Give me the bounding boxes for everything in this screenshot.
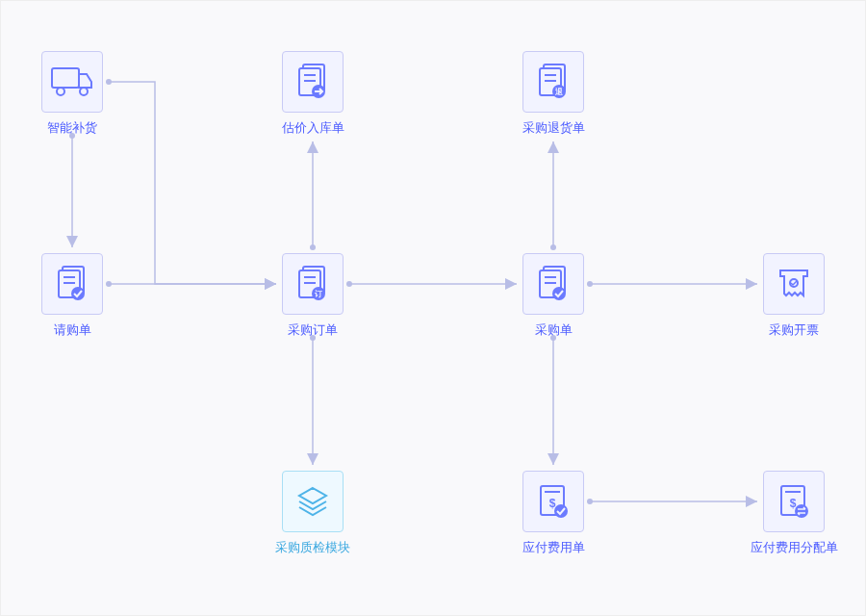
svg-point-21 (80, 88, 88, 95)
node-label: 采购退货单 (496, 119, 611, 137)
document-arrow-icon (293, 63, 332, 101)
node-purchase-doc[interactable]: 采购单 (522, 253, 584, 315)
node-payable-expense[interactable]: $ 应付费用单 (522, 471, 584, 532)
svg-point-7 (346, 281, 352, 287)
svg-point-11 (550, 244, 556, 250)
receipt-icon (775, 265, 813, 303)
document-check-icon (53, 265, 91, 303)
node-label: 采购质检模块 (255, 539, 370, 556)
node-label: 采购订单 (255, 321, 370, 339)
document-return-icon: 退 (534, 63, 573, 101)
node-label: 估价入库单 (255, 119, 370, 137)
node-label: 智能补货 (14, 119, 130, 137)
svg-text:退: 退 (554, 88, 564, 96)
layers-icon (293, 482, 332, 521)
document-order-icon: 订 (293, 265, 332, 303)
node-label: 采购开票 (736, 321, 852, 339)
svg-point-20 (57, 88, 64, 95)
node-purchase-request[interactable]: 请购单 (41, 253, 103, 315)
node-expense-alloc[interactable]: $ 应付费用分配单 (763, 471, 825, 532)
node-valuation-inbound[interactable]: 估价入库单 (282, 51, 344, 113)
node-label: 请购单 (14, 321, 130, 339)
svg-text:$: $ (549, 497, 556, 510)
svg-point-3 (106, 281, 112, 287)
node-purchase-invoice[interactable]: 采购开票 (763, 253, 825, 315)
node-label: 采购单 (496, 321, 611, 339)
node-label: 应付费用单 (496, 539, 611, 556)
svg-point-51 (554, 504, 568, 518)
svg-point-48 (552, 287, 566, 300)
svg-text:订: 订 (314, 290, 322, 298)
truck-icon (51, 64, 93, 99)
svg-point-17 (587, 499, 593, 504)
node-purchase-qc[interactable]: 采购质检模块 (282, 471, 344, 532)
svg-point-26 (71, 287, 85, 300)
svg-point-2 (106, 79, 112, 85)
svg-point-5 (310, 244, 316, 250)
svg-point-13 (587, 281, 593, 287)
flow-connectors (1, 1, 866, 616)
node-return-order[interactable]: 退 采购退货单 (522, 51, 584, 113)
node-label: 应付费用分配单 (736, 539, 852, 556)
node-purchase-order[interactable]: 订 采购订单 (282, 253, 344, 315)
invoice-swap-icon: $ (775, 482, 813, 521)
node-smart-restock[interactable]: 智能补货 (41, 51, 103, 113)
svg-rect-19 (52, 68, 79, 88)
svg-point-55 (795, 504, 808, 518)
document-check-icon (534, 265, 573, 303)
invoice-check-icon: $ (534, 482, 573, 521)
svg-text:$: $ (790, 497, 797, 510)
